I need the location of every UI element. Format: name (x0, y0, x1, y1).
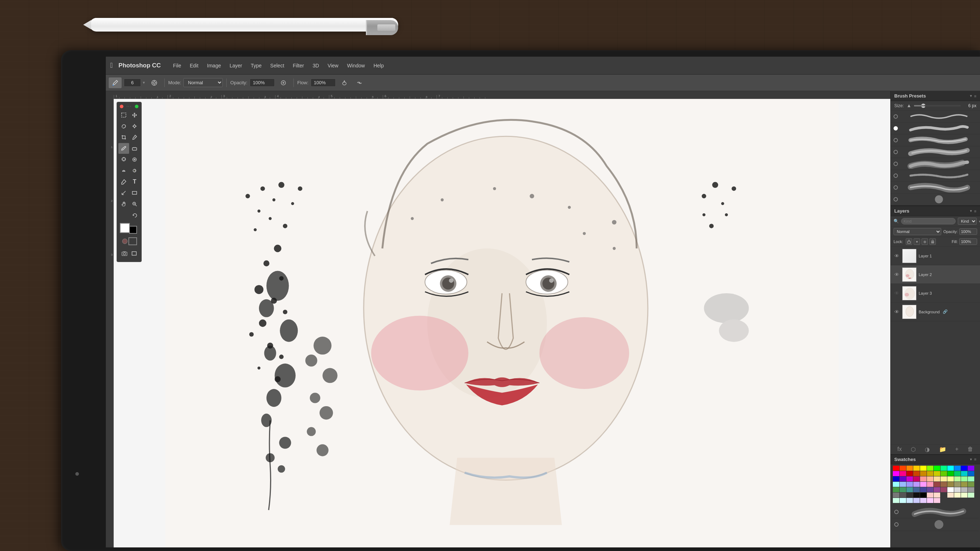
swatch-62[interactable] (907, 492, 913, 498)
layers-collapse-btn[interactable]: ▾ (970, 209, 972, 213)
brush-radio-8[interactable] (894, 197, 898, 202)
smoothing-btn[interactable] (353, 78, 366, 88)
layer-fx-btn[interactable]: fx (897, 446, 902, 453)
swatch-39[interactable] (913, 482, 920, 487)
brush-size-input[interactable]: 6 (124, 78, 141, 87)
swatch-14[interactable] (907, 471, 913, 476)
panel-tool-heal[interactable] (129, 154, 140, 165)
apple-menu-icon[interactable]:  (110, 61, 113, 70)
swatch-60[interactable] (893, 492, 899, 498)
swatch-76[interactable] (920, 498, 927, 503)
panel-tool-eraser[interactable] (129, 143, 140, 154)
brush-tool-btn[interactable] (109, 78, 122, 88)
flow-input[interactable]: 100% (311, 78, 336, 87)
swatch-15[interactable] (913, 471, 920, 476)
swatch-38[interactable] (907, 482, 913, 487)
swatch-46[interactable] (961, 482, 967, 487)
panel-tool-shape[interactable] (129, 187, 140, 198)
menu-view[interactable]: View (324, 61, 342, 70)
swatch-5[interactable] (927, 466, 933, 471)
panel-tool-hand[interactable] (118, 198, 129, 210)
flow-airbrush-btn[interactable] (338, 78, 351, 88)
swatch-41[interactable] (927, 482, 933, 487)
swatch-74[interactable] (907, 498, 913, 503)
layers-search-input[interactable] (901, 218, 956, 224)
menu-layer[interactable]: Layer (226, 61, 246, 70)
swatch-25[interactable] (900, 476, 906, 481)
swatch-44[interactable] (947, 482, 954, 487)
swatch-11[interactable] (968, 466, 974, 471)
layer-group-btn[interactable]: 📁 (939, 446, 946, 453)
swatch-64[interactable] (920, 492, 927, 498)
brush-item-7[interactable] (891, 182, 980, 194)
swatch-40[interactable] (920, 482, 927, 487)
swatch-72[interactable] (893, 498, 899, 503)
panel-tool-dodge[interactable] (129, 165, 140, 176)
swatch-45[interactable] (954, 482, 961, 487)
swatch-71[interactable] (968, 492, 974, 498)
brush-item-1[interactable] (891, 111, 980, 122)
swatch-70[interactable] (961, 492, 967, 498)
screen-mode-btn[interactable] (129, 237, 137, 245)
background-color[interactable] (129, 226, 137, 234)
swatch-47[interactable] (968, 482, 974, 487)
layer-delete-btn[interactable]: 🗑 (967, 446, 973, 453)
swatch-66[interactable] (934, 492, 940, 498)
layer-link-btn[interactable]: 🔗 (942, 309, 948, 315)
swatches-menu-btn[interactable]: ≡ (974, 457, 977, 462)
brush-item-3[interactable] (891, 135, 980, 146)
panel-tool-marquee[interactable] (118, 110, 129, 121)
layer-mode-select[interactable]: Normal (894, 228, 941, 235)
extra-brush-1[interactable] (892, 506, 978, 518)
swatch-20[interactable] (947, 471, 954, 476)
swatch-4[interactable] (920, 466, 927, 471)
swatch-9[interactable] (954, 466, 961, 471)
brush-item-8[interactable] (891, 194, 980, 205)
menu-file[interactable]: File (169, 61, 185, 70)
swatch-48[interactable] (893, 487, 899, 492)
brush-item-4[interactable] (891, 146, 980, 158)
layer-fill-input[interactable] (959, 238, 977, 245)
brush-item-5[interactable] (891, 158, 980, 170)
swatch-22[interactable] (961, 471, 967, 476)
size-slider[interactable] (914, 105, 961, 106)
panel-tool-camera[interactable] (120, 248, 129, 259)
swatch-3[interactable] (913, 466, 920, 471)
swatch-43[interactable] (940, 482, 947, 487)
swatch-26[interactable] (907, 476, 913, 481)
swatch-50[interactable] (907, 487, 913, 492)
menu-help[interactable]: Help (370, 61, 387, 70)
swatch-23[interactable] (968, 471, 974, 476)
swatch-77[interactable] (927, 498, 933, 503)
swatch-65[interactable] (927, 492, 933, 498)
panel-tool-move[interactable] (129, 110, 140, 121)
menu-3d[interactable]: 3D (309, 61, 323, 70)
lock-transparent-btn[interactable] (906, 238, 912, 245)
swatch-53[interactable] (927, 487, 933, 492)
layer-item-bg[interactable]: 👁 Background 🔗 (891, 303, 980, 321)
panel-close-btn[interactable] (120, 105, 123, 108)
brush-radio-1[interactable] (894, 114, 898, 119)
lock-all-btn[interactable] (929, 238, 936, 245)
swatch-55[interactable] (940, 487, 947, 492)
swatch-69[interactable] (954, 492, 961, 498)
swatch-61[interactable] (900, 492, 906, 498)
layers-menu-btn[interactable]: ≡ (974, 209, 977, 213)
menu-select[interactable]: Select (267, 61, 288, 70)
swatch-27[interactable] (913, 476, 920, 481)
swatch-54[interactable] (934, 487, 940, 492)
swatch-78[interactable] (934, 498, 940, 503)
brush-radio-6[interactable] (894, 173, 898, 178)
swatch-33[interactable] (954, 476, 961, 481)
opacity-input[interactable]: 100% (250, 78, 275, 87)
swatch-30[interactable] (934, 476, 940, 481)
foreground-color[interactable] (120, 223, 130, 233)
layer-eye-1[interactable]: 👁 (894, 253, 900, 259)
panel-tool-blur[interactable] (118, 165, 129, 176)
extra-brush-radio-2[interactable] (894, 522, 899, 527)
swatch-8[interactable] (947, 466, 954, 471)
brush-radio-3[interactable] (894, 138, 898, 142)
swatch-59[interactable] (968, 487, 974, 492)
layer-eye-2[interactable]: 👁 (894, 272, 900, 278)
menu-type[interactable]: Type (247, 61, 265, 70)
